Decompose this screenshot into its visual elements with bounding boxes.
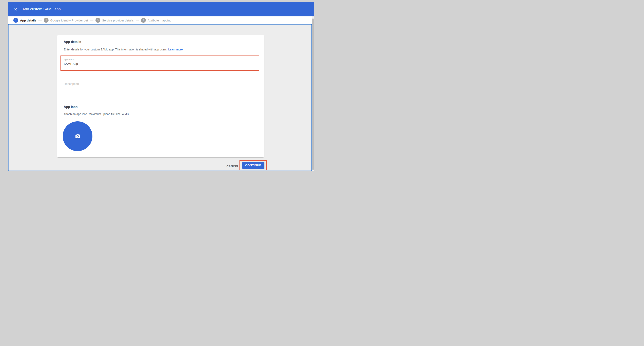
scrollbar-track bbox=[312, 17, 314, 171]
content-area: App details Enter details for your custo… bbox=[8, 24, 312, 171]
step-4-label: Attribute mapping bbox=[148, 19, 172, 22]
section-title: App details bbox=[64, 40, 81, 44]
step-3-label: Service provider details bbox=[102, 19, 134, 22]
step-2-label: Google Identity Provider details bbox=[50, 19, 88, 22]
dialog-title: Add custom SAML app bbox=[22, 7, 61, 11]
annotation-continue-button: CONTINUE bbox=[240, 160, 267, 170]
annotation-app-name-field: App name bbox=[60, 56, 259, 71]
step-1-label: App details bbox=[20, 19, 36, 22]
app-details-card: App details Enter details for your custo… bbox=[57, 35, 264, 157]
step-connector bbox=[38, 20, 42, 21]
learn-more-link[interactable]: Learn more bbox=[168, 48, 183, 51]
description-underline bbox=[64, 87, 258, 87]
close-icon[interactable]: ✕ bbox=[13, 7, 18, 12]
cancel-button[interactable]: CANCEL bbox=[224, 163, 242, 169]
screen: ✕ Add custom SAML app 1 App details 2 Go… bbox=[0, 0, 322, 173]
step-2-circle: 2 bbox=[44, 18, 48, 23]
app-name-input[interactable] bbox=[64, 62, 254, 65]
scrollbar-thumb[interactable] bbox=[312, 19, 314, 170]
step-google-idp-details[interactable]: 2 Google Identity Provider details bbox=[44, 18, 88, 23]
stepper: 1 App details 2 Google Identity Provider… bbox=[8, 17, 312, 24]
step-3-circle: 3 bbox=[96, 18, 100, 23]
step-app-details[interactable]: 1 App details bbox=[13, 18, 36, 23]
app-name-underline bbox=[64, 68, 258, 68]
app-icon-hint: Attach an app icon. Maximum upload file … bbox=[64, 112, 129, 116]
app-name-label: App name bbox=[64, 58, 74, 61]
step-1-circle: 1 bbox=[13, 18, 18, 23]
app-icon-title: App icon bbox=[64, 105, 78, 109]
step-connector bbox=[136, 20, 139, 21]
camera-icon bbox=[75, 134, 80, 139]
step-attribute-mapping[interactable]: 4 Attribute mapping bbox=[141, 18, 172, 23]
step-4-circle: 4 bbox=[141, 18, 146, 23]
continue-button[interactable]: CONTINUE bbox=[242, 162, 264, 169]
section-description: Enter details for your custom SAML app. … bbox=[64, 48, 183, 51]
section-description-text: Enter details for your custom SAML app. … bbox=[64, 48, 168, 51]
dialog-header: ✕ Add custom SAML app bbox=[8, 2, 314, 17]
description-field bbox=[64, 82, 258, 87]
app-icon-upload-button[interactable] bbox=[63, 121, 92, 151]
description-input[interactable] bbox=[64, 82, 258, 86]
step-connector bbox=[90, 20, 94, 21]
step-service-provider-details[interactable]: 3 Service provider details bbox=[96, 18, 134, 23]
